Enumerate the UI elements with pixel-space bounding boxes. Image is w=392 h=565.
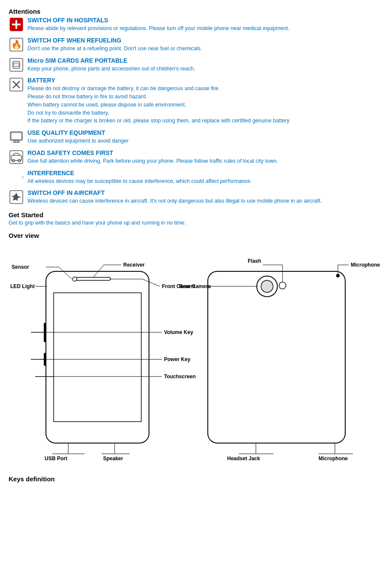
battery-content: BATTERY Please do not destroy or damage … <box>27 77 289 125</box>
road-content: ROAD SAFETY COMES FIRST Give full attent… <box>27 149 278 165</box>
hospital-icon-svg <box>9 18 23 31</box>
attention-item-quality: USE QUALITY EQUIPMENT Use authorized equ… <box>9 129 383 145</box>
road-heading: ROAD SAFETY COMES FIRST <box>27 149 278 156</box>
quality-text: Use authorized equipment to avoid danger <box>27 137 129 145</box>
flame-icon-svg: 🔥 <box>9 38 23 52</box>
over-view-title: Over view <box>9 232 383 239</box>
svg-point-31 <box>279 282 286 289</box>
attention-item-hospitals: SWITCH OFF IN HOSPITALS Please abide by … <box>9 17 383 33</box>
svg-point-27 <box>73 277 77 281</box>
aircraft-heading: SWITCH OFF IN AIRCRAFT <box>27 189 322 196</box>
interference-heading: INTERFERENCE <box>27 170 252 176</box>
signal-icon <box>9 170 24 185</box>
svg-text:Touchscreen: Touchscreen <box>164 374 196 380</box>
svg-text:Headset Jack: Headset Jack <box>227 456 260 462</box>
svg-rect-7 <box>14 63 19 67</box>
svg-text:Volume Key: Volume Key <box>164 329 193 335</box>
get-started-title: Get Started <box>9 211 383 219</box>
attention-item-sim: Micro SIM CARDS ARE PORTABLE Keep your p… <box>9 57 383 73</box>
svg-text:LED Light: LED Light <box>10 283 35 289</box>
battery-text: Please do not destroy or damage the batt… <box>27 85 289 125</box>
quality-heading: USE QUALITY EQUIPMENT <box>27 129 129 136</box>
sim-content: Micro SIM CARDS ARE PORTABLE Keep your p… <box>27 57 195 73</box>
svg-text:Flash: Flash <box>248 258 261 264</box>
quality-icon-svg <box>9 130 23 144</box>
hospital-heading: SWITCH OFF IN HOSPITALS <box>27 17 289 24</box>
refuel-content: SWITCH OFF WHEN REFUELING Don't use the … <box>27 37 202 53</box>
svg-text:🔥: 🔥 <box>11 39 22 50</box>
svg-text:Sensor: Sensor <box>12 264 29 270</box>
hospital-content: SWITCH OFF IN HOSPITALS Please abide by … <box>27 17 289 33</box>
refuel-heading: SWITCH OFF WHEN REFUELING <box>27 37 202 44</box>
attention-item-battery: BATTERY Please do not destroy or damage … <box>9 77 383 125</box>
diagram-svg: Sensor Receiver LED Light Front Camera V… <box>9 243 383 471</box>
svg-rect-11 <box>10 132 22 140</box>
svg-point-30 <box>261 280 273 292</box>
keys-definition: Keys definition <box>9 475 383 483</box>
svg-text:Speaker: Speaker <box>103 456 123 462</box>
svg-rect-2 <box>12 24 21 25</box>
attention-item-interference: INTERFERENCE All wireless devices may be… <box>9 170 383 185</box>
svg-text:Microphone: Microphone <box>351 262 380 268</box>
interference-content: INTERFERENCE All wireless devices may be… <box>27 170 252 185</box>
tools-icon <box>9 77 24 92</box>
svg-text:Microphone: Microphone <box>319 456 348 462</box>
svg-rect-25 <box>54 293 141 422</box>
svg-rect-15 <box>10 151 23 164</box>
svg-rect-26 <box>76 277 110 280</box>
quality-icon <box>9 129 24 145</box>
svg-text:Power Key: Power Key <box>164 356 191 362</box>
hospital-icon <box>9 17 24 32</box>
sim-icon-svg <box>9 58 23 72</box>
svg-rect-28 <box>208 271 345 443</box>
attentions-title: Attentions <box>9 8 383 15</box>
aircraft-icon-svg <box>9 190 23 204</box>
flame-icon: 🔥 <box>9 37 24 52</box>
svg-text:USB Port: USB Port <box>45 456 67 462</box>
attention-item-refuel: 🔥 SWITCH OFF WHEN REFUELING Don't use th… <box>9 37 383 53</box>
road-text: Give full attention while driving, Park … <box>27 157 278 165</box>
sim-icon <box>9 57 24 73</box>
sim-text: Keep your phone, phone parts and accesso… <box>27 65 195 73</box>
sim-heading: Micro SIM CARDS ARE PORTABLE <box>27 57 195 64</box>
svg-rect-12 <box>11 133 21 140</box>
hospital-text: Please abide by relevant provisions or r… <box>27 24 289 33</box>
device-diagram: Sensor Receiver LED Light Front Camera V… <box>9 243 383 471</box>
svg-text:Rear Camera: Rear Camera <box>179 283 211 289</box>
aircraft-content: SWITCH OFF IN AIRCRAFT Wireless devices … <box>27 189 322 205</box>
car-icon <box>9 149 24 165</box>
attention-item-road: ROAD SAFETY COMES FIRST Give full attent… <box>9 149 383 165</box>
attention-item-aircraft: SWITCH OFF IN AIRCRAFT Wireless devices … <box>9 189 383 205</box>
tools-icon-svg <box>9 78 23 91</box>
aircraft-text: Wireless devices can cause interference … <box>27 197 322 205</box>
battery-heading: BATTERY <box>27 77 289 84</box>
interference-text: All wireless devices may be susceptible … <box>27 177 252 185</box>
svg-text:Receiver: Receiver <box>123 262 145 268</box>
aircraft-icon <box>9 189 24 205</box>
get-started-desc: Get to grip with the basics and have you… <box>9 220 383 226</box>
car-icon-svg <box>9 150 23 164</box>
svg-point-32 <box>336 274 340 277</box>
signal-icon-svg <box>21 168 24 186</box>
refuel-text: Don't use the phone at a refueling point… <box>27 45 202 53</box>
quality-content: USE QUALITY EQUIPMENT Use authorized equ… <box>27 129 129 145</box>
svg-rect-14 <box>13 142 20 143</box>
